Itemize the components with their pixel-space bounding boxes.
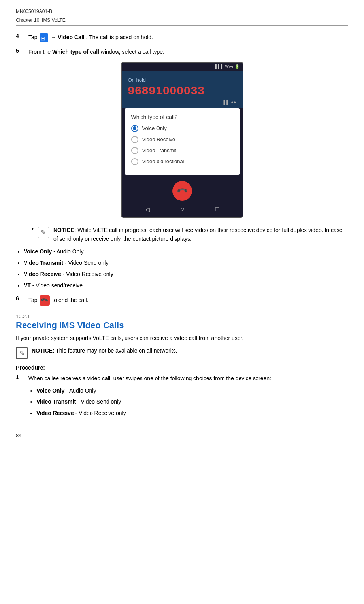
wifi-icon: WiFi bbox=[225, 64, 233, 69]
step-4-arrow: → bbox=[51, 34, 58, 40]
bullets-step5: Voice Only - Audio OnlyVideo Transmit - … bbox=[24, 247, 348, 290]
step-4-content: Tap → Video Call . The call is placed on… bbox=[28, 33, 348, 42]
dialog-title: Which type of call? bbox=[131, 114, 233, 120]
bullet-text-step5-2: - Video Receive only bbox=[61, 271, 113, 277]
header-divider bbox=[16, 25, 348, 26]
step-6: 6 Tap 📞 to end the call. bbox=[16, 295, 348, 306]
bullet-bold-step5-0: Voice Only bbox=[24, 248, 52, 255]
step-4-bold: Video Call bbox=[58, 34, 84, 40]
proc-bullet-2: Video Receive - Video Receive only bbox=[36, 409, 348, 417]
page-number: 84 bbox=[16, 432, 348, 438]
radio-label-3: Video bidirectional bbox=[142, 159, 184, 164]
radio-option-0[interactable]: Voice Only bbox=[131, 125, 233, 132]
end-call-button[interactable]: 📞 bbox=[172, 181, 192, 201]
step-4-number: 4 bbox=[16, 33, 28, 39]
step-5-text-before: From the bbox=[28, 49, 52, 55]
proc-step-1-text: When callee receives a video call, user … bbox=[28, 374, 348, 383]
phone-nav-bar: ◁ ○ □ bbox=[122, 203, 243, 215]
radio-circle-3 bbox=[131, 158, 138, 165]
proc-bullet-bold-0: Voice Only bbox=[36, 387, 64, 394]
grid-icon bbox=[40, 33, 48, 42]
header-line2: Chapter 10: IMS VoLTE bbox=[16, 17, 348, 24]
bullet-bold-step5-3: VT bbox=[24, 282, 31, 289]
header-line1: MN005019A01-B bbox=[16, 8, 348, 15]
step-4-text-before: Tap bbox=[28, 34, 39, 40]
step-6-content: Tap 📞 to end the call. bbox=[28, 295, 348, 306]
step-4-text-end: . The call is placed on hold. bbox=[86, 34, 153, 40]
recents-nav-icon[interactable]: □ bbox=[215, 206, 219, 213]
phone-status-bar: ▌▌▌ WiFi 🔋 bbox=[122, 63, 243, 71]
notice-icon-section: ✎ bbox=[16, 347, 28, 359]
step-5: 5 From the Which type of call window, se… bbox=[16, 47, 348, 56]
proc-step-1-number: 1 bbox=[16, 374, 28, 380]
notice-text-step5: NOTICE: While ViLTE call in progress, ea… bbox=[53, 226, 348, 243]
proc-bullet-text-0: - Audio Only bbox=[64, 387, 96, 394]
end-call-inline-icon: 📞 bbox=[40, 295, 50, 306]
radio-label-1: Video Receive bbox=[142, 136, 175, 142]
notice-bold-section: NOTICE: bbox=[32, 347, 55, 354]
phone-screenshot: ▌▌▌ WiFi 🔋 On hold 96891000033 ▌▌ ●● Whi… bbox=[16, 62, 348, 218]
bullet-step5-0: Voice Only - Audio Only bbox=[24, 247, 348, 256]
phone-icon: 📞 bbox=[176, 185, 188, 197]
proc-step-1-content: When callee receives a video call, user … bbox=[28, 374, 348, 421]
battery-icon: 🔋 bbox=[235, 64, 240, 69]
proc-bullet-bold-2: Video Receive bbox=[36, 410, 74, 416]
back-nav-icon[interactable]: ◁ bbox=[145, 206, 150, 213]
bullet-step5-2: Video Receive - Video Receive only bbox=[24, 270, 348, 278]
radio-option-1[interactable]: Video Receive bbox=[131, 136, 233, 143]
step-5-bold: Which type of call bbox=[52, 49, 99, 55]
notice-step5: • ✎ NOTICE: While ViLTE call in progress… bbox=[28, 226, 348, 243]
proc-bullet-0: Voice Only - Audio Only bbox=[36, 386, 348, 395]
proc-bullet-text-1: - Video Send only bbox=[76, 398, 121, 405]
radio-circle-2 bbox=[131, 147, 138, 154]
procedure-label: Procedure: bbox=[16, 364, 348, 371]
bullet-bold-step5-2: Video Receive bbox=[24, 271, 61, 277]
home-nav-icon[interactable]: ○ bbox=[181, 206, 185, 213]
radio-circle-1 bbox=[131, 136, 138, 143]
bullet-step5-3: VT - Video send/receive bbox=[24, 281, 348, 290]
radio-option-3[interactable]: Video bidirectional bbox=[131, 158, 233, 165]
phone-screen: ▌▌▌ WiFi 🔋 On hold 96891000033 ▌▌ ●● Whi… bbox=[121, 62, 243, 218]
notice-body-step5: While ViLTE call in progress, each user … bbox=[53, 227, 343, 242]
end-call-button-wrap: 📞 bbox=[122, 181, 243, 201]
status-icons: ▌▌▌ WiFi 🔋 bbox=[215, 64, 239, 69]
phone-call-area: On hold 96891000033 ▌▌ ●● bbox=[122, 71, 243, 108]
notice-icon-step5: ✎ bbox=[38, 226, 49, 238]
step-5-content: From the Which type of call window, sele… bbox=[28, 47, 348, 56]
proc-bullet-bold-1: Video Transmit bbox=[36, 398, 76, 405]
procedure-step-1: 1 When callee receives a video call, use… bbox=[16, 374, 348, 421]
doc-header: MN005019A01-B Chapter 10: IMS VoLTE bbox=[16, 8, 348, 24]
call-timer: ▌▌ ●● bbox=[224, 100, 236, 104]
bullet-text-step5-0: - Audio Only bbox=[52, 248, 83, 255]
bullet-dot-step5: • bbox=[32, 226, 34, 232]
notice-section: ✎ NOTICE: This feature may not be availa… bbox=[16, 346, 348, 359]
proc-step1-bullets: Voice Only - Audio OnlyVideo Transmit - … bbox=[36, 386, 348, 417]
radio-inner-0 bbox=[133, 126, 136, 130]
phone-bottom-area: 📞 ◁ ○ □ bbox=[122, 178, 243, 217]
radio-option-2[interactable]: Video Transmit bbox=[131, 147, 233, 154]
radio-circle-0 bbox=[131, 125, 138, 132]
on-hold-label: On hold bbox=[128, 77, 236, 83]
notice-text-section: NOTICE: This feature may not be availabl… bbox=[32, 346, 177, 355]
section-title: Receiving IMS Video Calls bbox=[16, 320, 348, 330]
bullet-text-step5-1: - Video Send only bbox=[63, 260, 108, 266]
step-6-number: 6 bbox=[16, 295, 28, 302]
radio-label-0: Voice Only bbox=[142, 125, 167, 131]
step-5-text-end: window, select a call type. bbox=[101, 49, 164, 55]
which-type-dialog: Which type of call? Voice OnlyVideo Rece… bbox=[125, 108, 240, 175]
proc-bullet-1: Video Transmit - Video Send only bbox=[36, 397, 348, 406]
notice-body-section: This feature may not be available on all… bbox=[56, 347, 177, 354]
section-intro: If your private system supports VoLTE ca… bbox=[16, 334, 348, 342]
step-6-text-after: to end the call. bbox=[52, 297, 88, 303]
step-5-number: 5 bbox=[16, 47, 28, 54]
bullet-bold-step5-1: Video Transmit bbox=[24, 260, 63, 266]
radio-label-2: Video Transmit bbox=[142, 147, 176, 153]
bullet-text-step5-3: - Video send/receive bbox=[31, 282, 83, 289]
step-6-text-before: Tap bbox=[28, 297, 39, 303]
section-number: 10.2.1 bbox=[16, 313, 348, 319]
signal-icon: ▌▌▌ bbox=[215, 64, 223, 69]
bullet-step5-1: Video Transmit - Video Send only bbox=[24, 259, 348, 267]
phone-number: 96891000033 bbox=[128, 84, 236, 97]
call-status-bar: ▌▌ ●● bbox=[128, 100, 236, 104]
step-4: 4 Tap → Video Call . The call is placed … bbox=[16, 33, 348, 42]
